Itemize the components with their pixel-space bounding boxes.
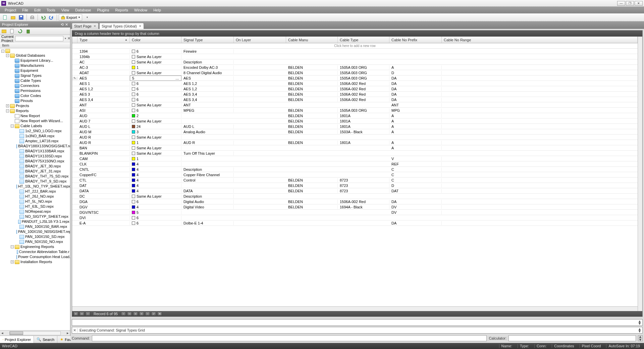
cell[interactable]: BELDEN [286, 124, 338, 129]
cell[interactable]: Encoded Dolby AC-3 [181, 65, 234, 69]
cell[interactable]: DA [389, 98, 442, 102]
cell-color[interactable]: 4 [130, 167, 181, 171]
cell-color[interactable]: 2 [130, 114, 181, 118]
cell-color[interactable]: 24 [130, 124, 181, 129]
cell[interactable]: AES [77, 76, 130, 80]
cell[interactable]: 1506A-002 Red [338, 82, 389, 86]
tree-file-ht-10l-no-typ-sheet-repx[interactable]: HT_10L_NO_TYP_SHEET.repx [15, 184, 70, 189]
tree-item-equipment-library-[interactable]: Equipment Library... [10, 58, 70, 63]
cell[interactable]: DV [389, 205, 442, 209]
tree-file-1x2-5no-logo-repx[interactable]: 1x2_5NO_LOGO.repx [15, 129, 70, 134]
cell[interactable]: BELDEN [286, 184, 338, 188]
cell[interactable]: AES 3 [77, 92, 130, 96]
cell[interactable]: 1505A 003 ORG [338, 108, 389, 112]
cell[interactable]: AES 3,4 [181, 98, 234, 102]
cell[interactable]: Description [181, 60, 234, 64]
cell[interactable]: AUD L [181, 124, 234, 129]
tree-file-brady-jet-31-repx[interactable]: BRADY_JET_31.repx [15, 169, 70, 174]
tree-file-connector-abbreviation-table-r[interactable]: Connector Abbreviation Table.r [15, 249, 70, 254]
cell[interactable]: AUD [77, 114, 130, 118]
cell[interactable]: ASI [77, 108, 130, 112]
cell[interactable]: BELDEN [286, 114, 338, 118]
cell[interactable]: DA [389, 82, 442, 86]
cell-color[interactable]: 6 [130, 87, 181, 91]
col-header-on-layer[interactable]: On Layer [234, 37, 286, 43]
cell[interactable]: Control [181, 178, 234, 182]
cell[interactable]: DC [77, 194, 130, 198]
cell-color[interactable]: Same As Layer [130, 119, 181, 123]
col-header-cable-manu[interactable]: Cable Manu [286, 37, 338, 43]
close-button[interactable]: ✕ [635, 1, 643, 6]
cell-color[interactable]: 4 [130, 178, 181, 182]
table-row[interactable]: AUD L24AUD LBELDEN1801AA [72, 124, 638, 129]
table-row[interactable]: ADATSame As Layer8 Channel Digital Audio… [72, 70, 638, 76]
table-row[interactable]: AES 1,26AES 1,2BELDEN1506A-002 RedDA [72, 86, 638, 92]
tree-new-report-wizard[interactable]: New Report with Wizard... [10, 118, 70, 123]
table-row[interactable]: DGV/NTSC5DV [72, 210, 638, 215]
scroll-arrows-icon[interactable]: ▲▼ [637, 328, 642, 333]
cell[interactable]: MPG [389, 108, 442, 112]
cell-color[interactable]: 4 [130, 173, 181, 177]
cell[interactable]: 8723 [338, 178, 389, 182]
cell[interactable]: D [389, 71, 442, 75]
table-row[interactable]: CNTL4DescriptionC [72, 167, 638, 172]
nav-last-icon[interactable]: » [133, 312, 138, 316]
cell[interactable]: 1505A 003 ORG [338, 65, 389, 69]
tree-item-signal-types[interactable]: Signal Types [10, 73, 70, 78]
cell[interactable]: BELDEN [286, 71, 338, 75]
cell[interactable]: AC [77, 60, 130, 64]
table-row[interactable]: AUD M3Analog AudioBELDEN1503A - BlackA [72, 129, 638, 135]
col-header-type[interactable]: Type▲ [77, 37, 130, 43]
tree-file-brady-jet-30-repx[interactable]: BRADY_JET_30.repx [15, 164, 70, 169]
table-row[interactable]: ✎AES5…AESBELDEN1505A 003 ORGDA [72, 76, 638, 81]
table-row[interactable]: ACSame As LayerDescription [72, 59, 638, 65]
tab-search[interactable]: 🔍Search [34, 336, 57, 343]
cell[interactable]: 1694A - Black [338, 205, 389, 209]
cell[interactable]: Turn Off This Layer [181, 151, 234, 155]
cell[interactable]: 1505A 003 ORG [338, 71, 389, 75]
nav-prev-page-icon[interactable]: ‹‹ [79, 312, 84, 316]
cell[interactable]: Dolbe-E 1-4 [181, 221, 234, 225]
cell[interactable]: AES 1,2 [181, 87, 234, 91]
col-header-cable-type[interactable]: Cable Type [338, 37, 389, 43]
cell[interactable]: DGA [77, 200, 130, 204]
tab-project-explorer[interactable]: Project Explorer [0, 336, 34, 343]
cell[interactable]: 8723 [338, 189, 389, 193]
clear-icon[interactable]: ✕ [67, 36, 70, 41]
nav-cancel-icon[interactable]: ✕ [157, 312, 162, 316]
tree-file-ht-63l-sd-repx[interactable]: HT_63L_SD.repx [15, 204, 70, 209]
command-input[interactable] [92, 335, 487, 341]
cell[interactable]: D [389, 184, 442, 188]
cell[interactable]: ANT [181, 103, 234, 107]
cell[interactable]: BAN [77, 146, 130, 150]
cell[interactable]: BELDEN [286, 130, 338, 134]
table-row[interactable]: DATA4DATABELDEN8723DAT [72, 188, 638, 194]
nav-remove-icon[interactable]: − [145, 312, 150, 316]
cell[interactable]: 1506A-002 Red [338, 98, 389, 102]
tree-file-pan-100x150-n0sigshet-repx[interactable]: PAN_100X150_N0SIGSHET.repx [15, 229, 70, 234]
cell[interactable]: 1394b [77, 55, 130, 59]
tab-start-page[interactable]: Start Page✕ [72, 23, 99, 29]
cell-color[interactable]: 5 [130, 210, 181, 214]
undo-icon[interactable] [40, 14, 47, 21]
cell[interactable]: 8723 [338, 184, 389, 188]
cell-color[interactable]: Same As Layer [130, 71, 181, 75]
tree-global-databases[interactable]: −Global Databases [5, 53, 70, 58]
tree-file-amptec-lat18-repx[interactable]: Amptec_LAT18.repx [15, 139, 70, 144]
table-row[interactable]: CTL4ControlBELDEN8723C [72, 178, 638, 183]
table-row[interactable]: DGA6Digital AudioBELDEN1506A-002 RedDA [72, 199, 638, 204]
close-icon[interactable]: ✕ [72, 328, 77, 333]
menu-file[interactable]: File [19, 7, 31, 13]
cell[interactable]: BELDEN [286, 87, 338, 91]
export-button[interactable]: Export ▾ [59, 14, 82, 21]
tree-item-permissions[interactable]: Permissions [10, 88, 70, 93]
cell[interactable]: AES 1,2 [77, 87, 130, 91]
cell[interactable]: BLANKPIN [77, 151, 130, 155]
nav-next-page-icon[interactable]: ›› [127, 312, 132, 316]
tree-file-brady188x133nosigshet-repx[interactable]: BRADY188X133NOSIGSHET.repx [15, 144, 70, 149]
cell[interactable]: ANT [389, 103, 442, 107]
cell[interactable]: A [389, 141, 442, 145]
cell[interactable]: 1506A-002 Red [338, 200, 389, 204]
col-header-cable-no-prefix[interactable]: Cable No Prefix [389, 37, 442, 43]
table-row[interactable]: 1394bSame As Layer [72, 54, 638, 59]
